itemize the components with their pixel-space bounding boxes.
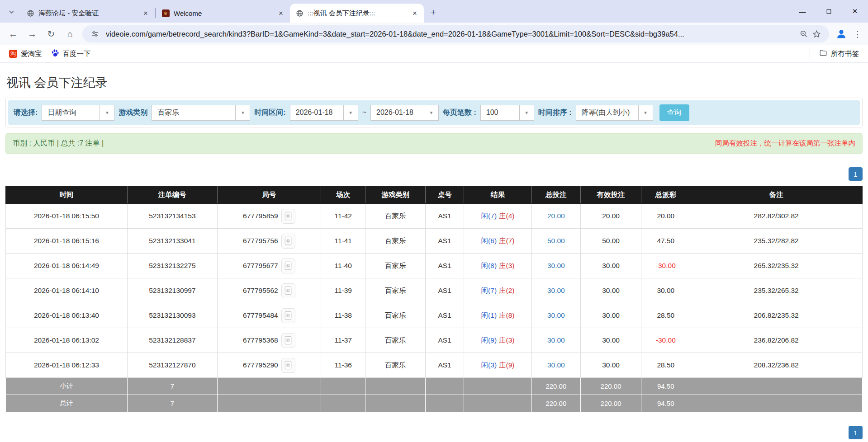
table-row: 2026-01-18 06:14:49 523132132275 6777956… bbox=[6, 254, 863, 278]
globe-icon bbox=[26, 9, 34, 17]
date-end-value[interactable]: 2026-01-18 bbox=[370, 105, 424, 121]
total-bet-link[interactable]: 20.00 bbox=[547, 212, 565, 220]
col-session: 场次 bbox=[321, 186, 365, 204]
note-cell: 235.32/265.32 bbox=[690, 278, 863, 303]
time-cell: 2026-01-18 06:13:02 bbox=[6, 328, 128, 353]
page-1-button[interactable]: 1 bbox=[849, 167, 863, 181]
banker-result: 庄(2) bbox=[499, 287, 514, 294]
maximize-button[interactable] bbox=[816, 0, 842, 23]
close-window-button[interactable]: ✕ bbox=[842, 0, 868, 23]
chevron-down-icon[interactable]: ▼ bbox=[519, 105, 534, 121]
total-valid-bet: 220.00 bbox=[580, 395, 641, 412]
reload-button[interactable]: ↻ bbox=[43, 25, 60, 42]
taobao-icon: 淘 bbox=[9, 50, 17, 58]
tab-search-button[interactable] bbox=[5, 5, 18, 19]
date-end-select[interactable]: 2026-01-18 ▼ bbox=[370, 105, 439, 121]
sort-order-select[interactable]: 降幂(由大到小) ▼ bbox=[576, 105, 653, 121]
video-file-icon bbox=[284, 261, 292, 270]
all-bookmarks-button[interactable]: 所有书签 bbox=[815, 47, 863, 61]
sort-order-value[interactable]: 降幂(由大到小) bbox=[576, 105, 638, 121]
new-tab-button[interactable]: + bbox=[427, 5, 440, 19]
forward-button[interactable]: → bbox=[24, 25, 41, 42]
video-file-icon bbox=[284, 311, 292, 320]
total-count: 7 bbox=[127, 395, 217, 412]
chevron-down-icon[interactable]: ▼ bbox=[343, 105, 358, 121]
query-type-value[interactable]: 日期查询 bbox=[42, 105, 100, 121]
game-type-cell: 百家乐 bbox=[365, 229, 426, 254]
round-number: 677795677 bbox=[243, 262, 278, 270]
chevron-down-icon[interactable]: ▼ bbox=[638, 105, 653, 121]
query-type-select[interactable]: 日期查询 ▼ bbox=[42, 105, 114, 121]
site-settings-icon[interactable] bbox=[89, 28, 101, 40]
pagination-bottom: 1 bbox=[5, 426, 863, 439]
total-bet-link[interactable]: 30.00 bbox=[547, 262, 565, 269]
bet-id-cell: 523132130997 bbox=[127, 278, 217, 303]
total-bet-link[interactable]: 30.00 bbox=[547, 311, 565, 319]
game-type-value[interactable]: 百家乐 bbox=[152, 105, 235, 121]
date-start-select[interactable]: 2026-01-18 ▼ bbox=[290, 105, 358, 121]
date-range-tilde: ~ bbox=[362, 108, 366, 117]
video-replay-button[interactable] bbox=[281, 283, 295, 298]
video-replay-button[interactable] bbox=[281, 259, 295, 273]
back-button[interactable]: ← bbox=[5, 25, 22, 42]
total-bet-link[interactable]: 30.00 bbox=[547, 336, 565, 344]
video-replay-button[interactable] bbox=[281, 308, 295, 323]
zoom-icon[interactable] bbox=[797, 28, 810, 40]
address-bar[interactable]: videoie.com/game/betrecord_search/kind3?… bbox=[82, 25, 829, 42]
bookmark-baidu[interactable]: 百度一下 bbox=[47, 47, 95, 61]
col-time: 时间 bbox=[6, 186, 128, 204]
chevron-down-icon[interactable]: ▼ bbox=[100, 105, 114, 121]
col-total-bet: 总投注 bbox=[531, 186, 580, 204]
date-start-value[interactable]: 2026-01-18 bbox=[290, 105, 343, 121]
chevron-down-icon[interactable]: ▼ bbox=[424, 105, 439, 121]
round-number: 677795484 bbox=[243, 311, 278, 320]
tab-bet-records-active[interactable]: :::视讯 会员下注纪录::: ✕ bbox=[290, 4, 424, 23]
profile-avatar[interactable] bbox=[833, 25, 850, 42]
time-cell: 2026-01-18 06:15:50 bbox=[6, 204, 128, 229]
filter-panel: 请选择: 日期查询 ▼ 游戏类别 百家乐 ▼ 时间区间: 2026-01-18 … bbox=[5, 98, 863, 127]
query-button[interactable]: 查询 bbox=[659, 104, 689, 121]
video-replay-button[interactable] bbox=[281, 358, 295, 373]
home-button[interactable]: ⌂ bbox=[62, 25, 79, 42]
minimize-button[interactable]: — bbox=[789, 0, 816, 23]
video-replay-button[interactable] bbox=[281, 234, 295, 249]
browser-menu-button[interactable]: ⋮ bbox=[851, 27, 864, 41]
tab-title: Welcome bbox=[174, 9, 271, 17]
bookmarks-bar: 淘 爱淘宝 百度一下 所有书签 bbox=[0, 45, 868, 63]
total-bet-link[interactable]: 50.00 bbox=[547, 237, 565, 245]
bookmark-aitaobao[interactable]: 淘 爱淘宝 bbox=[5, 47, 47, 61]
close-icon[interactable]: ✕ bbox=[140, 8, 151, 19]
tab-title: :::视讯 会员下注纪录::: bbox=[308, 9, 405, 18]
video-replay-button[interactable] bbox=[281, 333, 295, 348]
tab-haiyan-forum[interactable]: 海燕论坛 - 安全验证 ✕ bbox=[21, 4, 155, 23]
result-cell: 闲(3)庄(9) bbox=[464, 353, 532, 378]
close-icon[interactable]: ✕ bbox=[409, 8, 420, 19]
close-icon[interactable]: ✕ bbox=[275, 8, 286, 19]
all-bookmarks-label: 所有书签 bbox=[831, 49, 859, 59]
result-cell: 闲(1)庄(8) bbox=[464, 303, 532, 328]
valid-bet-cell: 50.00 bbox=[580, 229, 641, 254]
payout-cell: 20.00 bbox=[641, 204, 690, 229]
video-replay-button[interactable] bbox=[281, 209, 295, 224]
table-no-cell: AS1 bbox=[426, 278, 464, 303]
payout-cell: -30.00 bbox=[641, 328, 690, 353]
valid-bet-cell: 30.00 bbox=[580, 328, 641, 353]
game-type-select[interactable]: 百家乐 ▼ bbox=[152, 105, 250, 121]
payout-cell: -30.00 bbox=[641, 254, 690, 278]
player-result: 闲(3) bbox=[481, 361, 497, 369]
page-1-button[interactable]: 1 bbox=[849, 426, 863, 439]
bookmark-star-icon[interactable] bbox=[810, 28, 823, 40]
per-page-value[interactable]: 100 bbox=[480, 105, 519, 121]
total-bet-link[interactable]: 30.00 bbox=[547, 361, 565, 369]
per-page-select[interactable]: 100 ▼ bbox=[480, 105, 534, 121]
total-bet-link[interactable]: 30.00 bbox=[547, 287, 565, 294]
filter-bar: 请选择: 日期查询 ▼ 游戏类别 百家乐 ▼ 时间区间: 2026-01-18 … bbox=[8, 100, 860, 125]
chevron-down-icon[interactable]: ▼ bbox=[235, 105, 250, 121]
session-cell: 11-40 bbox=[321, 254, 365, 278]
round-cell: 677795859 bbox=[217, 204, 321, 229]
tab-welcome[interactable]: ♛ Welcome ✕ bbox=[156, 4, 290, 23]
url-text[interactable]: videoie.com/game/betrecord_search/kind3?… bbox=[106, 30, 797, 38]
banker-result: 庄(4) bbox=[499, 212, 514, 220]
total-bet-cell: 30.00 bbox=[531, 328, 580, 353]
table-row: 2026-01-18 06:12:33 523132127870 6777952… bbox=[6, 353, 863, 378]
